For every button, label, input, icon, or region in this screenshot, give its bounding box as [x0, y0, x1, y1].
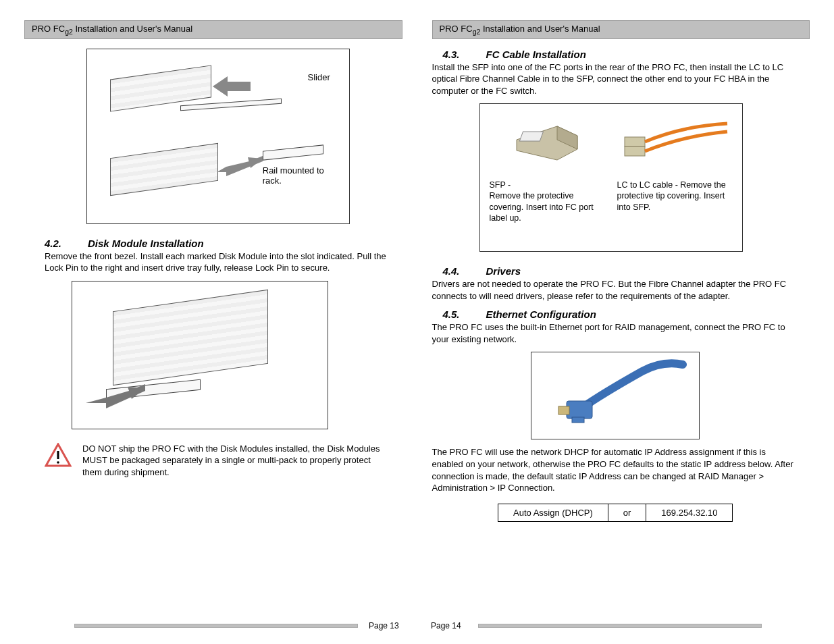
footer-bar-left	[74, 624, 358, 628]
warning-icon	[45, 443, 72, 467]
caption-rail: Rail mounted to rack.	[263, 165, 330, 186]
page-number-left: Page 13	[369, 621, 399, 630]
sfp-caption: SFP - Remove the protective covering. In…	[490, 180, 605, 223]
figure-slider-rail: Slider Rail mounted to rack.	[86, 49, 350, 224]
sfp-image	[490, 111, 605, 176]
figure-fc-cable: SFP - Remove the protective covering. In…	[479, 103, 743, 252]
header-title-suffix: Installation and User's Manual	[73, 24, 192, 34]
header-title-suffix-r: Installation and User's Manual	[480, 24, 600, 34]
svg-rect-10	[519, 132, 543, 141]
lc-caption: LC to LC cable - Remove the protective t…	[617, 180, 733, 213]
sec42-num: 4.2.	[45, 238, 88, 249]
footer-bar-right	[478, 624, 762, 628]
header-title-sub: g2	[65, 28, 73, 36]
svg-point-7	[57, 461, 59, 464]
ethernet-cable-icon	[541, 359, 689, 431]
sec43-num: 4.3.	[443, 49, 486, 60]
sec42-title: Disk Module Installation	[88, 238, 204, 249]
lc-cable-image	[617, 111, 733, 176]
sec44-title: Drivers	[486, 265, 521, 277]
arrow-rail-icon	[217, 155, 264, 182]
caption-slider: Slider	[308, 72, 330, 82]
svg-rect-12	[625, 137, 645, 146]
sec45-body1: The PRO FC uses the built-in Ethernet po…	[432, 321, 800, 345]
warning-text: DO NOT ship the PRO FC with the Disk Mod…	[82, 443, 392, 479]
svg-rect-11	[625, 146, 645, 156]
svg-rect-14	[558, 406, 569, 414]
heading-4-3: 4.3.FC Cable Installation	[443, 49, 800, 60]
ip-dhcp-cell: Auto Assign (DHCP)	[498, 504, 608, 521]
sec43-title: FC Cable Installation	[486, 49, 586, 60]
header-right: PRO FCg2 Installation and User's Manual	[432, 20, 810, 39]
header-title-sub-r: g2	[473, 28, 481, 36]
ip-address-table: Auto Assign (DHCP) or 169.254.32.10	[498, 504, 733, 522]
header-left: PRO FCg2 Installation and User's Manual	[24, 20, 402, 39]
sec45-body2: The PRO FC will use the network DHCP for…	[432, 446, 800, 493]
sec44-num: 4.4.	[443, 265, 486, 277]
svg-marker-0	[213, 76, 251, 97]
heading-4-5: 4.5.Ethernet Configuration	[443, 308, 800, 320]
sec44-body: Drivers are not needed to operate the PR…	[432, 278, 800, 302]
sec43-body: Install the SFP into one of the FC ports…	[432, 61, 800, 97]
heading-4-2: 4.2.Disk Module Installation	[45, 238, 392, 249]
page-right: PRO FCg2 Installation and User's Manual …	[432, 20, 810, 531]
svg-rect-13	[567, 401, 592, 419]
warning-row: DO NOT ship the PRO FC with the Disk Mod…	[45, 443, 392, 479]
arrow-slider-icon	[213, 71, 253, 102]
ip-or-cell: or	[608, 504, 646, 521]
arrow-disk-icon	[86, 383, 147, 410]
figure-disk-module	[72, 281, 328, 429]
sec45-num: 4.5.	[443, 308, 486, 320]
header-title-prefix-r: PRO FC	[440, 24, 473, 34]
figure-ethernet-cable	[531, 352, 700, 439]
heading-4-4: 4.4.Drivers	[443, 265, 800, 277]
sec42-body: Remove the front bezel. Install each mar…	[45, 250, 392, 274]
page-number-right: Page 14	[431, 621, 461, 630]
header-title-prefix: PRO FC	[32, 24, 65, 34]
page-left: PRO FCg2 Installation and User's Manual …	[24, 20, 402, 531]
svg-rect-15	[572, 417, 584, 423]
ip-static-cell: 169.254.32.10	[646, 504, 733, 521]
sec45-title: Ethernet Configuration	[486, 308, 596, 320]
